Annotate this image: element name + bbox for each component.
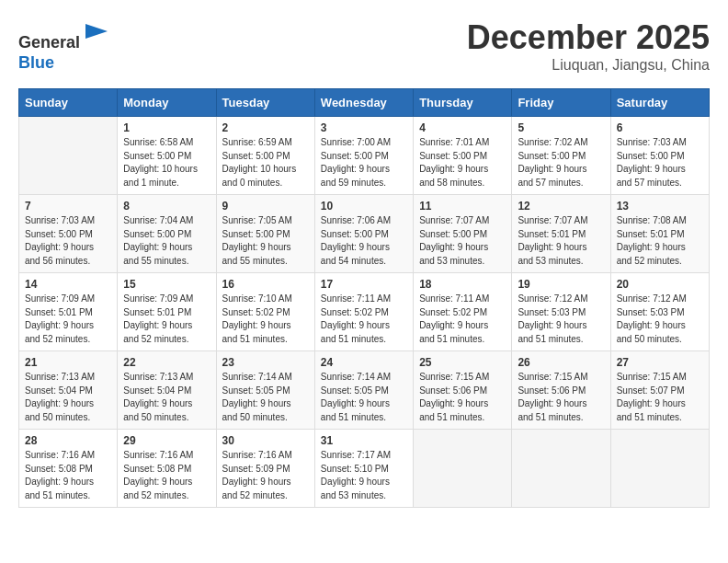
day-info: Sunrise: 7:15 AM Sunset: 5:07 PM Dayligh… bbox=[617, 371, 703, 424]
day-number: 4 bbox=[419, 121, 506, 134]
day-number: 11 bbox=[419, 200, 506, 213]
weekday-header-thursday: Thursday bbox=[414, 89, 512, 117]
week-row-5: 28Sunrise: 7:16 AM Sunset: 5:08 PM Dayli… bbox=[19, 430, 710, 508]
day-info: Sunrise: 7:15 AM Sunset: 5:06 PM Dayligh… bbox=[419, 371, 506, 424]
day-info: Sunrise: 7:02 AM Sunset: 5:00 PM Dayligh… bbox=[518, 136, 604, 190]
calendar-cell: 5Sunrise: 7:02 AM Sunset: 5:00 PM Daylig… bbox=[512, 117, 610, 195]
calendar-cell: 10Sunrise: 7:06 AM Sunset: 5:00 PM Dayli… bbox=[314, 195, 413, 273]
day-info: Sunrise: 6:58 AM Sunset: 5:00 PM Dayligh… bbox=[123, 136, 210, 190]
day-number: 13 bbox=[617, 200, 703, 213]
calendar-cell bbox=[414, 430, 512, 508]
calendar-cell: 19Sunrise: 7:12 AM Sunset: 5:03 PM Dayli… bbox=[512, 273, 610, 351]
day-number: 9 bbox=[222, 200, 309, 213]
calendar-cell: 27Sunrise: 7:15 AM Sunset: 5:07 PM Dayli… bbox=[610, 351, 709, 430]
day-number: 16 bbox=[222, 278, 309, 291]
weekday-header-wednesday: Wednesday bbox=[314, 89, 413, 117]
weekday-header-monday: Monday bbox=[118, 89, 216, 117]
day-info: Sunrise: 7:14 AM Sunset: 5:05 PM Dayligh… bbox=[222, 371, 309, 424]
day-info: Sunrise: 7:11 AM Sunset: 5:02 PM Dayligh… bbox=[321, 293, 407, 346]
calendar-cell: 13Sunrise: 7:08 AM Sunset: 5:01 PM Dayli… bbox=[610, 195, 709, 273]
calendar-cell: 24Sunrise: 7:14 AM Sunset: 5:05 PM Dayli… bbox=[314, 351, 413, 430]
calendar-cell: 16Sunrise: 7:10 AM Sunset: 5:02 PM Dayli… bbox=[216, 273, 314, 351]
day-number: 25 bbox=[419, 356, 506, 369]
calendar-cell: 15Sunrise: 7:09 AM Sunset: 5:01 PM Dayli… bbox=[118, 273, 216, 351]
weekday-header-sunday: Sunday bbox=[19, 89, 118, 117]
calendar-cell: 3Sunrise: 7:00 AM Sunset: 5:00 PM Daylig… bbox=[314, 117, 413, 195]
calendar-cell: 6Sunrise: 7:03 AM Sunset: 5:00 PM Daylig… bbox=[610, 117, 709, 195]
day-number: 28 bbox=[25, 434, 111, 447]
day-info: Sunrise: 7:11 AM Sunset: 5:02 PM Dayligh… bbox=[419, 293, 506, 346]
day-number: 18 bbox=[419, 278, 506, 291]
day-info: Sunrise: 7:00 AM Sunset: 5:00 PM Dayligh… bbox=[321, 136, 407, 190]
day-info: Sunrise: 7:13 AM Sunset: 5:04 PM Dayligh… bbox=[123, 371, 210, 424]
calendar-cell: 9Sunrise: 7:05 AM Sunset: 5:00 PM Daylig… bbox=[216, 195, 314, 273]
day-number: 27 bbox=[617, 356, 703, 369]
day-number: 12 bbox=[518, 200, 604, 213]
day-number: 6 bbox=[617, 121, 703, 134]
calendar-cell: 12Sunrise: 7:07 AM Sunset: 5:01 PM Dayli… bbox=[512, 195, 610, 273]
day-info: Sunrise: 7:01 AM Sunset: 5:00 PM Dayligh… bbox=[419, 136, 506, 190]
day-info: Sunrise: 7:05 AM Sunset: 5:00 PM Dayligh… bbox=[222, 214, 309, 268]
day-info: Sunrise: 7:12 AM Sunset: 5:03 PM Dayligh… bbox=[518, 293, 604, 346]
calendar-cell: 29Sunrise: 7:16 AM Sunset: 5:08 PM Dayli… bbox=[118, 430, 216, 508]
location: Liuquan, Jiangsu, China bbox=[467, 57, 710, 74]
day-info: Sunrise: 7:10 AM Sunset: 5:02 PM Dayligh… bbox=[222, 293, 309, 346]
day-info: Sunrise: 7:12 AM Sunset: 5:03 PM Dayligh… bbox=[617, 293, 703, 346]
month-title: December 2025 bbox=[467, 18, 710, 57]
day-number: 15 bbox=[123, 278, 210, 291]
day-number: 1 bbox=[123, 121, 210, 134]
day-info: Sunrise: 7:06 AM Sunset: 5:00 PM Dayligh… bbox=[321, 214, 407, 268]
day-info: Sunrise: 7:07 AM Sunset: 5:01 PM Dayligh… bbox=[518, 214, 604, 268]
page-header: General Blue December 2025 Liuquan, Jian… bbox=[18, 18, 710, 74]
calendar-cell: 2Sunrise: 6:59 AM Sunset: 5:00 PM Daylig… bbox=[216, 117, 314, 195]
logo: General Blue bbox=[18, 18, 111, 73]
day-info: Sunrise: 7:16 AM Sunset: 5:08 PM Dayligh… bbox=[25, 449, 111, 502]
day-info: Sunrise: 7:04 AM Sunset: 5:00 PM Dayligh… bbox=[123, 214, 210, 268]
calendar-cell: 18Sunrise: 7:11 AM Sunset: 5:02 PM Dayli… bbox=[414, 273, 512, 351]
day-number: 5 bbox=[518, 121, 604, 134]
calendar-cell: 21Sunrise: 7:13 AM Sunset: 5:04 PM Dayli… bbox=[19, 351, 118, 430]
day-number: 14 bbox=[25, 278, 111, 291]
day-info: Sunrise: 7:17 AM Sunset: 5:10 PM Dayligh… bbox=[321, 449, 407, 502]
day-number: 17 bbox=[321, 278, 407, 291]
day-info: Sunrise: 7:13 AM Sunset: 5:04 PM Dayligh… bbox=[25, 371, 111, 424]
calendar-cell bbox=[512, 430, 610, 508]
day-number: 24 bbox=[321, 356, 407, 369]
day-number: 2 bbox=[222, 121, 309, 134]
week-row-4: 21Sunrise: 7:13 AM Sunset: 5:04 PM Dayli… bbox=[19, 351, 710, 430]
calendar-cell: 4Sunrise: 7:01 AM Sunset: 5:00 PM Daylig… bbox=[414, 117, 512, 195]
calendar-cell: 11Sunrise: 7:07 AM Sunset: 5:00 PM Dayli… bbox=[414, 195, 512, 273]
calendar-cell: 25Sunrise: 7:15 AM Sunset: 5:06 PM Dayli… bbox=[414, 351, 512, 430]
logo-blue: Blue bbox=[18, 53, 54, 72]
calendar-cell: 8Sunrise: 7:04 AM Sunset: 5:00 PM Daylig… bbox=[118, 195, 216, 273]
weekday-header-friday: Friday bbox=[512, 89, 610, 117]
day-number: 30 bbox=[222, 434, 309, 447]
day-number: 10 bbox=[321, 200, 407, 213]
day-number: 26 bbox=[518, 356, 604, 369]
day-info: Sunrise: 7:03 AM Sunset: 5:00 PM Dayligh… bbox=[25, 214, 111, 268]
calendar-cell: 7Sunrise: 7:03 AM Sunset: 5:00 PM Daylig… bbox=[19, 195, 118, 273]
day-info: Sunrise: 7:09 AM Sunset: 5:01 PM Dayligh… bbox=[25, 293, 111, 346]
day-number: 3 bbox=[321, 121, 407, 134]
calendar-cell: 26Sunrise: 7:15 AM Sunset: 5:06 PM Dayli… bbox=[512, 351, 610, 430]
day-number: 23 bbox=[222, 356, 309, 369]
calendar-cell: 23Sunrise: 7:14 AM Sunset: 5:05 PM Dayli… bbox=[216, 351, 314, 430]
title-block: December 2025 Liuquan, Jiangsu, China bbox=[467, 18, 710, 74]
calendar-cell: 14Sunrise: 7:09 AM Sunset: 5:01 PM Dayli… bbox=[19, 273, 118, 351]
svg-marker-0 bbox=[85, 24, 108, 39]
calendar-cell bbox=[610, 430, 709, 508]
day-info: Sunrise: 7:03 AM Sunset: 5:00 PM Dayligh… bbox=[617, 136, 703, 190]
calendar-cell bbox=[19, 117, 118, 195]
calendar-table: SundayMondayTuesdayWednesdayThursdayFrid… bbox=[18, 88, 710, 508]
day-info: Sunrise: 6:59 AM Sunset: 5:00 PM Dayligh… bbox=[222, 136, 309, 190]
weekday-header-tuesday: Tuesday bbox=[216, 89, 314, 117]
day-number: 8 bbox=[123, 200, 210, 213]
day-info: Sunrise: 7:15 AM Sunset: 5:06 PM Dayligh… bbox=[518, 371, 604, 424]
day-number: 31 bbox=[321, 434, 407, 447]
week-row-1: 1Sunrise: 6:58 AM Sunset: 5:00 PM Daylig… bbox=[19, 117, 710, 195]
day-info: Sunrise: 7:14 AM Sunset: 5:05 PM Dayligh… bbox=[321, 371, 407, 424]
logo-flag-icon bbox=[82, 18, 111, 48]
calendar-cell: 30Sunrise: 7:16 AM Sunset: 5:09 PM Dayli… bbox=[216, 430, 314, 508]
day-info: Sunrise: 7:08 AM Sunset: 5:01 PM Dayligh… bbox=[617, 214, 703, 268]
day-number: 19 bbox=[518, 278, 604, 291]
